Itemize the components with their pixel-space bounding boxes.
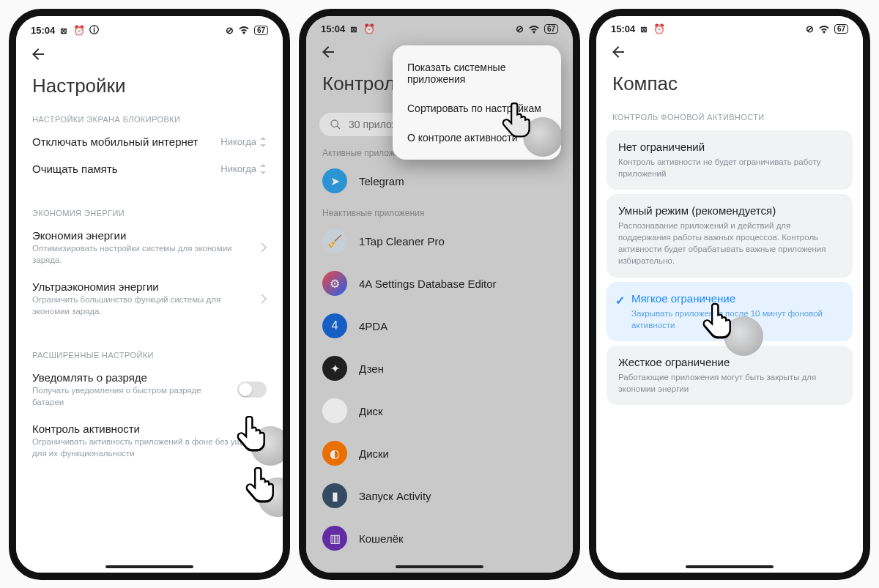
app-label: Telegram — [359, 175, 404, 187]
status-time: 15:04 — [321, 23, 345, 34]
alarm-off-icon: ⦻ — [639, 23, 649, 34]
home-indicator[interactable] — [105, 565, 193, 568]
app-row[interactable]: 44PDA — [306, 305, 573, 347]
app-label: Запуск Activity — [359, 490, 431, 502]
restriction-card[interactable]: Умный режим (рекомендуется)Распознавание… — [607, 194, 853, 277]
card-title: Умный режим (рекомендуется) — [618, 204, 841, 217]
back-icon[interactable] — [319, 51, 337, 63]
section-inactive-apps: Неактивные приложения — [306, 202, 573, 220]
phone-settings: 15:04 ⦻ ⏰ ⓘ ⊘ 67 Настройки НАСТРОЙКИ ЭКР… — [9, 9, 290, 580]
sim-off-icon: ⊘ — [806, 23, 814, 34]
info-icon: ⓘ — [89, 23, 99, 37]
home-indicator[interactable] — [396, 565, 483, 568]
app-label: 1Tap Cleaner Pro — [359, 235, 445, 248]
app-label: Дзен — [359, 362, 384, 375]
app-icon: 🧹 — [322, 228, 347, 253]
row-activity-control[interactable]: Контроль активности Ограничивать активно… — [16, 415, 283, 466]
toggle-discharge-notify[interactable] — [237, 382, 267, 398]
app-label: Диски — [359, 447, 389, 460]
page-title: Компас — [596, 64, 863, 108]
app-icon: ➤ — [322, 168, 347, 193]
clock-icon: ⏰ — [653, 23, 665, 34]
wifi-icon — [818, 25, 830, 34]
app-icon: ▥ — [322, 526, 347, 551]
back-icon[interactable] — [609, 51, 627, 63]
app-icon: ✦ — [322, 356, 347, 381]
app-label: 4A Settings Database Editor — [359, 278, 497, 290]
card-title: Нет ограничений — [618, 141, 841, 153]
app-row[interactable]: ▲Диск — [306, 390, 573, 432]
status-bar: 15:04 ⦻ ⏰ ⊘ 67 — [306, 22, 573, 39]
status-bar: 15:04 ⦻ ⏰ ⓘ ⊘ 67 — [16, 22, 283, 41]
alarm-off-icon: ⦻ — [59, 25, 69, 36]
clock-icon: ⏰ — [73, 25, 85, 36]
app-row[interactable]: ◐Диски — [306, 432, 573, 475]
section-energy: ЭКОНОМИЯ ЭНЕРГИИ — [16, 204, 283, 222]
phone-activity-control: 15:04 ⦻ ⏰ ⊘ 67 Контроль 30 приложен — [299, 9, 580, 580]
app-icon: ▲ — [322, 398, 347, 423]
svg-point-0 — [331, 120, 338, 127]
app-icon: ⚙ — [322, 271, 347, 296]
app-row[interactable]: ➤Telegram — [306, 160, 573, 202]
chevron-right-icon — [261, 242, 267, 253]
app-row[interactable]: ▮Запуск Activity — [306, 475, 573, 517]
app-icon: ▮ — [322, 483, 347, 508]
chevron-right-icon — [261, 294, 267, 304]
row-mobile-internet[interactable]: Отключать мобильный интернет Никогда — [16, 128, 283, 155]
status-bar: 15:04 ⦻ ⏰ ⊘ 67 — [596, 22, 863, 39]
row-clear-memory[interactable]: Очищать память Никогда — [16, 155, 283, 182]
battery-icon: 67 — [254, 26, 268, 35]
back-icon[interactable] — [29, 53, 47, 65]
app-label: Диск — [359, 405, 383, 417]
app-row[interactable]: ✦Дзен — [306, 347, 573, 390]
battery-icon: 67 — [834, 24, 848, 34]
search-icon — [330, 119, 341, 130]
app-label: Кошелёк — [359, 532, 404, 545]
card-subtitle: Работающие приложения могут быть закрыты… — [618, 371, 841, 395]
app-label: 4PDA — [359, 320, 387, 332]
card-subtitle: Контроль активности не будет ограничиват… — [618, 156, 841, 179]
status-time: 15:04 — [611, 23, 635, 34]
wifi-icon — [238, 26, 250, 34]
app-row[interactable]: ⚙4A Settings Database Editor — [306, 262, 573, 305]
card-title: Жесткое ограничение — [618, 356, 841, 368]
restriction-card[interactable]: Нет ограниченийКонтроль активности не бу… — [607, 130, 853, 190]
status-time: 15:04 — [31, 25, 55, 36]
card-subtitle: Распознавание приложений и действий для … — [618, 220, 841, 267]
row-ultra-energy[interactable]: Ультраэкономия энергии Ограничить больши… — [16, 273, 283, 324]
page-title: Настройки — [16, 66, 283, 111]
section-advanced: РАСШИРЕННЫЕ НАСТРОЙКИ — [16, 346, 283, 364]
wifi-icon — [528, 25, 540, 34]
menu-show-system[interactable]: Показать системные приложения — [393, 53, 561, 94]
app-row[interactable]: ▥Кошелёк — [306, 517, 573, 559]
alarm-off-icon: ⦻ — [349, 23, 359, 34]
section-lockscreen: НАСТРОЙКИ ЭКРАНА БЛОКИРОВКИ — [16, 111, 283, 128]
app-icon: 4 — [322, 313, 347, 338]
sim-off-icon: ⊘ — [516, 23, 524, 34]
home-indicator[interactable] — [686, 565, 774, 568]
section-bg-control: КОНТРОЛЬ ФОНОВОЙ АКТИВНОСТИ — [596, 108, 863, 126]
sim-off-icon: ⊘ — [226, 25, 234, 36]
phone-app-restriction: 15:04 ⦻ ⏰ ⊘ 67 Компас КОНТРОЛЬ ФОНОВОЙ А… — [589, 9, 870, 580]
card-title: Мягкое ограничение — [631, 292, 841, 305]
clock-icon: ⏰ — [363, 23, 375, 34]
row-energy-saving[interactable]: Экономия энергии Оптимизировать настройк… — [16, 222, 283, 273]
restriction-card[interactable]: Жесткое ограничениеРаботающие приложения… — [607, 346, 853, 405]
battery-icon: 67 — [544, 24, 558, 34]
row-discharge-notify[interactable]: Уведомлять о разряде Получать уведомлени… — [16, 364, 283, 415]
app-row[interactable]: 🧹1Tap Cleaner Pro — [306, 220, 573, 262]
app-icon: ◐ — [322, 441, 347, 466]
